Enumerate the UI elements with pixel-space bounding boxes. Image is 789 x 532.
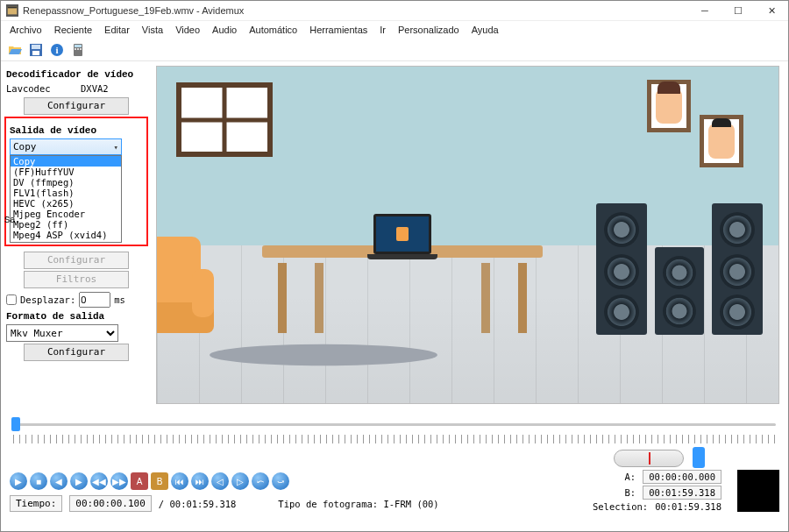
svg-rect-9 bbox=[75, 45, 82, 47]
menu-automatico[interactable]: Automático bbox=[244, 23, 302, 37]
decoder-dxva: DXVA2 bbox=[81, 83, 109, 94]
open-icon[interactable] bbox=[6, 41, 24, 59]
play-button[interactable]: ▶ bbox=[10, 472, 27, 490]
video-preview bbox=[156, 66, 779, 404]
selection-value: 00:01:59.318 bbox=[655, 501, 721, 512]
obscured-label: Sa bbox=[4, 215, 16, 225]
menu-reciente[interactable]: Reciente bbox=[49, 23, 97, 37]
format-output-title: Formato de salida bbox=[6, 311, 146, 322]
jog-wheel[interactable] bbox=[614, 450, 684, 467]
codec-option[interactable]: Mpeg2 (ff) bbox=[11, 219, 121, 230]
scene-frame bbox=[700, 115, 743, 167]
menu-vista[interactable]: Vista bbox=[137, 23, 168, 37]
prev-frame-button[interactable]: ◀ bbox=[50, 472, 68, 490]
svg-rect-11 bbox=[77, 48, 79, 50]
codec-option[interactable]: FLV1(flash) bbox=[11, 188, 121, 198]
menu-video[interactable]: Video bbox=[170, 23, 205, 37]
frame-type: Tipo de fotograma: I-FRM (00) bbox=[278, 499, 438, 509]
next-cut-button[interactable]: ⤻ bbox=[272, 472, 289, 490]
format-configure-button[interactable]: Configurar bbox=[24, 344, 129, 361]
calculator-icon[interactable] bbox=[69, 41, 87, 59]
scene-speaker bbox=[712, 203, 763, 335]
window-title: Renepassnow_Portuguese_19Feb.wmv - Avide… bbox=[23, 5, 688, 16]
codec-option[interactable]: Mpeg4 AVC (x264) bbox=[11, 240, 121, 243]
svg-text:i: i bbox=[55, 45, 58, 55]
scene-frame bbox=[647, 80, 691, 132]
b-label: B: bbox=[624, 487, 636, 498]
maximize-button[interactable]: ☐ bbox=[721, 1, 755, 20]
decoder-lav: Lavcodec bbox=[6, 83, 51, 94]
video-configure-button: Configurar bbox=[24, 252, 129, 269]
seek-thumb[interactable] bbox=[11, 417, 20, 431]
codec-option[interactable]: Copy bbox=[11, 156, 121, 167]
menu-archivo[interactable]: Archivo bbox=[4, 23, 47, 37]
codec-option[interactable]: Mpeg4 ASP (xvid4) bbox=[11, 230, 121, 240]
a-value: 00:00:00.000 bbox=[643, 470, 721, 484]
codec-option[interactable]: HEVC (x265) bbox=[11, 198, 121, 209]
b-value: 00:01:59.318 bbox=[643, 486, 721, 500]
video-output-title: Salida de vídeo bbox=[10, 125, 143, 136]
menu-personalizado[interactable]: Personalizado bbox=[393, 23, 465, 37]
titlebar: Renepassnow_Portuguese_19Feb.wmv - Avide… bbox=[1, 1, 788, 21]
shift-unit: ms bbox=[114, 294, 125, 305]
stop-button[interactable]: ■ bbox=[30, 472, 47, 490]
decoder-title: Decodificador de vídeo bbox=[6, 69, 146, 80]
video-output-highlight: Salida de vídeo Copy ▾ Copy (FF)HuffYUV … bbox=[4, 117, 148, 246]
scene-speaker bbox=[596, 203, 647, 335]
svg-rect-12 bbox=[80, 48, 82, 50]
video-filters-button: Filtros bbox=[24, 271, 129, 288]
preview-thumb bbox=[737, 470, 779, 512]
close-button[interactable]: ✕ bbox=[755, 1, 788, 20]
svg-rect-2 bbox=[8, 7, 18, 9]
chevron-down-icon: ▾ bbox=[114, 143, 118, 152]
mark-b-button[interactable]: B bbox=[151, 472, 168, 490]
mark-a-button[interactable]: A bbox=[131, 472, 148, 490]
menu-ayuda[interactable]: Ayuda bbox=[466, 23, 504, 37]
codec-option[interactable]: (FF)HuffYUV bbox=[11, 167, 121, 177]
selection-label: Selection: bbox=[593, 501, 648, 512]
shift-input[interactable] bbox=[79, 292, 110, 308]
format-output-select[interactable]: Mkv Muxer bbox=[6, 324, 118, 342]
menu-bar: Archivo Reciente Editar Vista Video Audi… bbox=[1, 21, 788, 39]
tick-ruler bbox=[10, 435, 779, 445]
video-codec-selected: Copy bbox=[13, 141, 37, 153]
shift-label: Desplazar: bbox=[20, 294, 75, 305]
svg-rect-10 bbox=[75, 48, 76, 50]
info-icon[interactable]: i bbox=[48, 41, 66, 59]
goto-start-button[interactable]: ⏮ bbox=[171, 472, 188, 490]
bottom-panel: ▶ ■ ◀ ▶ ◀◀ ▶▶ A B ⏮ ⏭ ◁ ▷ ⤺ ⤻ Tiempo: 00… bbox=[1, 408, 788, 515]
next-mark-button[interactable]: ▷ bbox=[231, 472, 249, 490]
scene-sofa bbox=[156, 237, 218, 342]
menu-editar[interactable]: Editar bbox=[99, 23, 135, 37]
next-key-button[interactable]: ▶▶ bbox=[110, 472, 128, 490]
prev-key-button[interactable]: ◀◀ bbox=[90, 472, 108, 490]
next-frame-button[interactable]: ▶ bbox=[70, 472, 88, 490]
scene-laptop bbox=[367, 214, 437, 259]
codec-option[interactable]: Mjpeg Encoder bbox=[11, 209, 121, 219]
codec-option[interactable]: DV (ffmpeg) bbox=[11, 177, 121, 188]
time-value[interactable]: 00:00:00.100 bbox=[69, 495, 151, 512]
jog-thumb[interactable] bbox=[693, 447, 705, 468]
goto-end-button[interactable]: ⏭ bbox=[191, 472, 209, 490]
prev-cut-button[interactable]: ⤺ bbox=[252, 472, 269, 490]
menu-herramientas[interactable]: Herramientas bbox=[304, 23, 373, 37]
menu-audio[interactable]: Audio bbox=[207, 23, 242, 37]
sidebar: Decodificador de vídeo Lavcodec DXVA2 Co… bbox=[1, 61, 152, 408]
video-codec-combo[interactable]: Copy ▾ bbox=[10, 138, 122, 155]
scene-window bbox=[176, 82, 273, 157]
seek-bar[interactable] bbox=[10, 417, 779, 433]
app-icon bbox=[6, 4, 18, 17]
scene-speaker bbox=[655, 247, 704, 335]
time-label: Tiempo: bbox=[10, 495, 62, 512]
decoder-configure-button[interactable]: Configurar bbox=[24, 97, 129, 115]
duration: / 00:01:59.318 bbox=[159, 499, 237, 509]
shift-checkbox[interactable] bbox=[6, 294, 17, 305]
minimize-button[interactable]: ─ bbox=[688, 1, 721, 20]
save-icon[interactable] bbox=[27, 41, 45, 59]
prev-mark-button[interactable]: ◁ bbox=[211, 472, 229, 490]
svg-rect-5 bbox=[32, 51, 39, 55]
video-codec-listbox[interactable]: Copy (FF)HuffYUV DV (ffmpeg) FLV1(flash)… bbox=[10, 155, 122, 243]
a-label: A: bbox=[624, 472, 636, 482]
toolbar: i bbox=[1, 39, 788, 61]
menu-ir[interactable]: Ir bbox=[374, 23, 391, 37]
